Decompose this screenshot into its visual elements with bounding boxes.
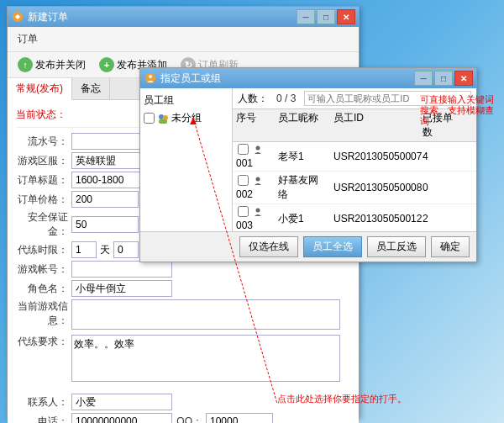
count-value: 0 / 3 <box>276 93 296 104</box>
main-title: 新建订单 <box>28 10 297 24</box>
plus-icon: + <box>99 57 114 72</box>
role-label: 角色名： <box>16 282 71 296</box>
role-input[interactable] <box>71 280 172 297</box>
row-checkbox[interactable] <box>238 175 249 186</box>
table-row[interactable]: 002好基友网络USR2013050500080 <box>233 172 476 204</box>
modal-minimize-button[interactable]: ─ <box>414 71 433 86</box>
contact-label: 联系人： <box>16 395 71 410</box>
tab-memo[interactable]: 备忘 <box>72 78 110 99</box>
svg-point-4 <box>159 114 164 119</box>
minimize-button[interactable]: ─ <box>297 9 315 24</box>
tree-item-ungrouped[interactable]: 未分组 <box>144 109 228 127</box>
employee-search-input[interactable] <box>304 91 471 106</box>
limit-label: 代练时限： <box>16 243 71 257</box>
table-row[interactable]: 003小爱1USR2013050500122 <box>233 204 476 231</box>
cell-orders: 0 <box>419 180 465 195</box>
select-all-button[interactable]: 员工全选 <box>303 236 362 257</box>
contact-input[interactable] <box>71 394 172 410</box>
dialog-icon <box>144 71 157 85</box>
qq-input[interactable] <box>206 413 273 423</box>
svg-point-8 <box>256 177 260 182</box>
employee-list-panel: 人数： 0 / 3 序号 员工昵称 员工ID 已接单数 001老琴1USR201… <box>233 88 476 231</box>
person-icon <box>253 207 263 217</box>
account-input[interactable] <box>71 261 172 278</box>
publish-close-button[interactable]: ↑ 发布并关闭 <box>14 56 89 74</box>
tree-header: 员工组 <box>144 92 228 109</box>
svg-rect-6 <box>159 119 167 124</box>
price-label: 订单价格： <box>16 193 71 207</box>
assign-employee-dialog: 指定员工或组 ─ □ ✕ 员工组 未分组 人数： 0 / 3 <box>139 67 477 262</box>
account-label: 游戏帐号： <box>16 262 71 277</box>
cell-nick: 小爱1 <box>275 210 330 228</box>
day-unit: 天 <box>100 243 110 257</box>
row-checkbox[interactable] <box>238 144 249 155</box>
col-nick: 员工昵称 <box>275 109 330 141</box>
cell-orders: 2 <box>419 211 465 226</box>
modal-title: 指定员工或组 <box>160 71 414 86</box>
count-label: 人数： <box>238 92 268 106</box>
table-body: 001老琴1USR2013050500074 002好基友网络USR201305… <box>233 142 476 231</box>
row-checkbox[interactable] <box>238 206 249 217</box>
cell-id: USR201305050008 <box>330 180 419 195</box>
zone-label: 游戏区服： <box>16 154 71 168</box>
modal-close-button[interactable]: ✕ <box>454 71 473 86</box>
cell-nick: 老琴1 <box>275 148 330 166</box>
cell-id: USR201305050012 <box>330 211 419 226</box>
online-only-button[interactable]: 仅选在线 <box>239 236 298 257</box>
ok-button[interactable]: 确定 <box>431 236 470 257</box>
modal-body: 员工组 未分组 人数： 0 / 3 序号 员工昵称 员工ID <box>140 88 476 262</box>
modal-maximize-button[interactable]: □ <box>434 71 453 86</box>
limit-hour-input[interactable] <box>113 241 139 258</box>
info-label: 当前游戏信息： <box>16 299 71 328</box>
req-label: 代练要求： <box>16 335 71 349</box>
main-titlebar: 新建订单 ─ □ ✕ <box>8 7 359 27</box>
deposit-input[interactable] <box>71 216 139 233</box>
publish-close-label: 发布并关闭 <box>35 58 86 72</box>
cell-nick: 好基友网络 <box>275 172 330 204</box>
person-icon <box>253 176 263 186</box>
svg-point-7 <box>256 146 260 151</box>
limit-day-input[interactable] <box>71 241 97 258</box>
col-orders: 已接单数 <box>419 109 465 141</box>
svg-point-3 <box>149 75 152 78</box>
tree-item-label: 未分组 <box>171 111 202 125</box>
col-seq: 序号 <box>233 109 275 141</box>
modal-titlebar: 指定员工或组 ─ □ ✕ <box>140 68 476 88</box>
modal-footer: 仅选在线 员工全选 员工反选 确定 <box>140 231 476 262</box>
phone-label: 电话： <box>16 415 71 424</box>
toolbar-label: 订单 <box>14 30 41 48</box>
tab-normal[interactable]: 常规(发布) <box>8 78 72 100</box>
toolbar: 订单 <box>8 27 359 52</box>
info-textarea[interactable] <box>71 299 340 330</box>
title-label: 订单标题： <box>16 173 71 188</box>
app-icon <box>11 10 24 24</box>
price-input[interactable] <box>71 191 139 208</box>
group-tree: 员工组 未分组 <box>140 88 233 231</box>
serial-label: 流水号： <box>16 135 71 149</box>
cell-orders: 4 <box>419 149 465 164</box>
employee-table: 序号 员工昵称 员工ID 已接单数 001老琴1USR2013050500074… <box>233 108 476 231</box>
svg-point-9 <box>256 209 260 213</box>
table-row[interactable]: 001老琴1USR2013050500074 <box>233 142 476 172</box>
table-header: 序号 员工昵称 员工ID 已接单数 <box>233 108 476 142</box>
phone-input[interactable] <box>71 413 172 423</box>
cell-id: USR201305050007 <box>330 149 419 164</box>
group-icon <box>157 113 169 124</box>
person-icon <box>253 145 263 155</box>
qq-label: QQ： <box>172 415 206 424</box>
up-arrow-icon: ↑ <box>18 57 33 72</box>
close-button[interactable]: ✕ <box>337 9 355 24</box>
col-id: 员工ID <box>330 109 419 141</box>
tree-checkbox[interactable] <box>144 113 155 124</box>
deposit-label: 安全保证金： <box>16 210 71 239</box>
invert-select-button[interactable]: 员工反选 <box>367 236 426 257</box>
req-textarea[interactable]: 效率。。效率 <box>71 335 340 382</box>
maximize-button[interactable]: □ <box>317 9 335 24</box>
